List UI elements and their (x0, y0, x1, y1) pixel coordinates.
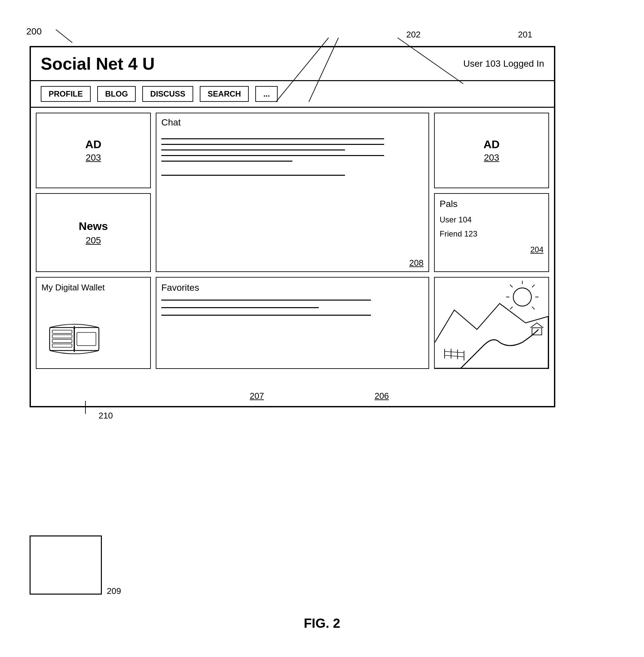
pals-ref: 204 (440, 242, 544, 257)
external-box-209 (29, 536, 102, 594)
svg-rect-9 (435, 278, 548, 368)
site-title: Social Net 4 U (41, 54, 155, 74)
svg-rect-2 (74, 328, 99, 351)
favorites-widget: Favorites (156, 277, 429, 369)
nav-bar: PROFILE BLOG DISCUSS SEARCH ... (31, 81, 554, 108)
blog-button[interactable]: BLOG (97, 86, 136, 102)
pals-friend: Friend 123 (440, 229, 477, 238)
pals-user: User 104 (440, 215, 472, 224)
user-status: User 103 Logged In (463, 58, 544, 69)
browser-window: Social Net 4 U User 103 Logged In PROFIL… (29, 46, 555, 407)
fav-line-2 (161, 307, 319, 308)
svg-rect-4 (52, 335, 72, 338)
ad-left-title: AD (85, 138, 101, 151)
svg-line-0 (56, 29, 72, 43)
chat-line-5 (161, 161, 293, 162)
ref-200-arrow (52, 26, 79, 46)
header: Social Net 4 U User 103 Logged In (31, 47, 554, 81)
wallet-icon (46, 318, 102, 362)
chat-widget: Chat 208 (156, 113, 429, 272)
fav-line-3 (161, 315, 371, 316)
favorites-content (161, 300, 423, 316)
chat-content (156, 131, 429, 184)
svg-rect-7 (77, 332, 96, 346)
ad-right-title: AD (483, 138, 500, 151)
svg-rect-5 (52, 339, 72, 343)
ref-200-label: 200 (26, 26, 42, 37)
chat-line-4 (161, 155, 384, 156)
news-widget: News 205 (36, 193, 151, 272)
ad-left-ref: 203 (86, 152, 101, 163)
pals-title: Pals (440, 199, 544, 209)
pals-content: User 104 Friend 123 204 (440, 213, 544, 257)
ad-left-widget: AD 203 (36, 113, 151, 188)
ad-right-widget: AD 203 (434, 113, 549, 188)
news-ref: 205 (86, 235, 101, 246)
wallet-widget: My Digital Wallet (36, 277, 151, 369)
ref-209-label: 209 (107, 586, 121, 596)
chat-ref: 208 (409, 258, 423, 268)
svg-rect-6 (52, 344, 72, 347)
ref-207-label: 207 (250, 391, 264, 401)
ref-201-label: 201 (518, 29, 532, 40)
discuss-button[interactable]: DISCUSS (142, 86, 193, 102)
news-title: News (79, 220, 108, 233)
profile-button[interactable]: PROFILE (41, 86, 91, 102)
wallet-title: My Digital Wallet (41, 282, 145, 293)
ref-202-label: 202 (407, 29, 420, 40)
landscape-illustration (435, 278, 548, 368)
svg-rect-3 (52, 330, 72, 333)
content-grid: AD 203 Chat 208 AD 203 (31, 108, 554, 374)
landscape-widget (434, 277, 549, 369)
figure-label: FIG. 2 (304, 616, 340, 631)
ad-right-ref: 203 (484, 152, 500, 163)
favorites-title: Favorites (161, 282, 423, 293)
ref-206-label: 206 (374, 391, 389, 401)
fav-line-1 (161, 300, 371, 301)
chat-line-3 (161, 149, 345, 150)
more-button[interactable]: ... (255, 86, 278, 102)
chat-line-1 (161, 138, 384, 139)
chat-title: Chat (156, 113, 429, 131)
wallet-illustration (46, 318, 102, 360)
search-button[interactable]: SEARCH (200, 86, 249, 102)
chat-line-6 (161, 175, 345, 176)
ref-210-label: 210 (98, 410, 113, 421)
chat-line-2 (161, 144, 384, 145)
pals-widget: Pals User 104 Friend 123 204 (434, 193, 549, 272)
